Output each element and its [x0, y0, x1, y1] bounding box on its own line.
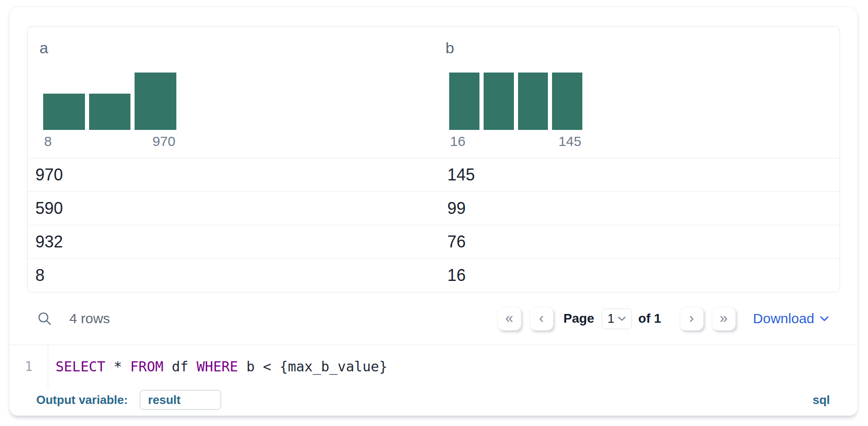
- code-editor-row[interactable]: 1 SELECT * FROM df WHERE b < {max_b_valu…: [10, 345, 857, 388]
- histogram-ticks: 8970: [43, 134, 176, 149]
- histogram-bar: [89, 94, 131, 130]
- double-chevron-right-icon: »: [720, 311, 727, 325]
- page-label: Page: [564, 311, 594, 326]
- table-row: 816: [28, 258, 840, 292]
- search-icon: [37, 311, 52, 326]
- chevron-left-icon: ‹: [539, 311, 544, 325]
- next-page-button[interactable]: ›: [680, 307, 704, 331]
- row-count-label: 4 rows: [69, 311, 110, 326]
- first-page-button[interactable]: «: [497, 307, 521, 331]
- chevron-right-icon: ›: [689, 311, 693, 325]
- language-badge: sql: [812, 393, 830, 407]
- page-number-value: 1: [608, 312, 614, 326]
- dataframe-card: a 8970 b 16145 9701455909993276816: [27, 26, 840, 292]
- table-cell: 16: [434, 266, 840, 285]
- table-cell: 970: [28, 165, 434, 185]
- column-header-a[interactable]: a 8970: [28, 27, 434, 158]
- page: a 8970 b 16145 9701455909993276816: [0, 0, 868, 426]
- code-token: WHERE: [197, 359, 246, 375]
- histogram-bar: [449, 73, 479, 130]
- code-token: df: [172, 359, 197, 375]
- chevron-down-icon: [618, 316, 626, 321]
- table-footer: 4 rows « ‹ Page 1 of 1 ›: [10, 292, 857, 345]
- output-variable-input[interactable]: [140, 390, 221, 410]
- histogram-bar: [518, 73, 548, 130]
- double-chevron-left-icon: «: [505, 311, 513, 325]
- previous-page-button[interactable]: ‹: [530, 307, 553, 331]
- table-row: 970145: [28, 158, 840, 191]
- histogram-bars: [449, 73, 582, 130]
- download-label: Download: [753, 311, 814, 326]
- column-label: b: [445, 39, 840, 56]
- line-number: 1: [25, 359, 33, 374]
- table-cell: 932: [28, 232, 434, 252]
- table-cell: 99: [434, 199, 840, 218]
- histogram-tick-label: 16: [450, 134, 465, 149]
- histogram-bars: [43, 73, 176, 130]
- table-header-row: a 8970 b 16145: [28, 27, 840, 158]
- sql-cell-card: a 8970 b 16145 9701455909993276816: [9, 6, 858, 416]
- column-header-b[interactable]: b 16145: [434, 27, 840, 158]
- table-row: 59099: [28, 191, 840, 225]
- page-total-label: of 1: [638, 311, 661, 326]
- histogram-b: 16145: [449, 73, 582, 149]
- page-number-select[interactable]: 1: [602, 308, 632, 329]
- code-token: *: [113, 359, 130, 375]
- code-line[interactable]: SELECT * FROM df WHERE b < {max_b_value}: [48, 345, 387, 388]
- table-cell: 76: [434, 232, 840, 252]
- table-cell: 590: [28, 199, 434, 218]
- line-number-gutter: 1: [10, 345, 48, 388]
- code-token: b < {max_b_value}: [246, 359, 387, 375]
- code-token: SELECT: [56, 359, 113, 375]
- code-token: FROM: [130, 359, 172, 375]
- last-page-button[interactable]: »: [712, 307, 736, 331]
- output-variable-bar: Output variable: sql: [10, 388, 857, 415]
- table-row: 93276: [28, 225, 840, 258]
- histogram-a: 8970: [43, 73, 176, 149]
- histogram-tick-label: 145: [558, 134, 581, 149]
- table-cell: 145: [434, 165, 840, 185]
- table-body: 9701455909993276816: [28, 158, 840, 292]
- output-variable-label: Output variable:: [36, 393, 128, 407]
- histogram-tick-label: 8: [44, 134, 52, 149]
- histogram-bar: [552, 73, 582, 130]
- column-label: a: [39, 39, 434, 56]
- search-button[interactable]: [35, 309, 54, 328]
- table-cell: 8: [28, 266, 434, 285]
- download-button[interactable]: Download: [753, 311, 829, 326]
- histogram-bar: [484, 73, 514, 130]
- chevron-down-icon: [820, 316, 829, 322]
- histogram-bar: [135, 73, 176, 130]
- histogram-bar: [43, 94, 85, 130]
- histogram-tick-label: 970: [152, 134, 175, 149]
- histogram-ticks: 16145: [449, 134, 582, 149]
